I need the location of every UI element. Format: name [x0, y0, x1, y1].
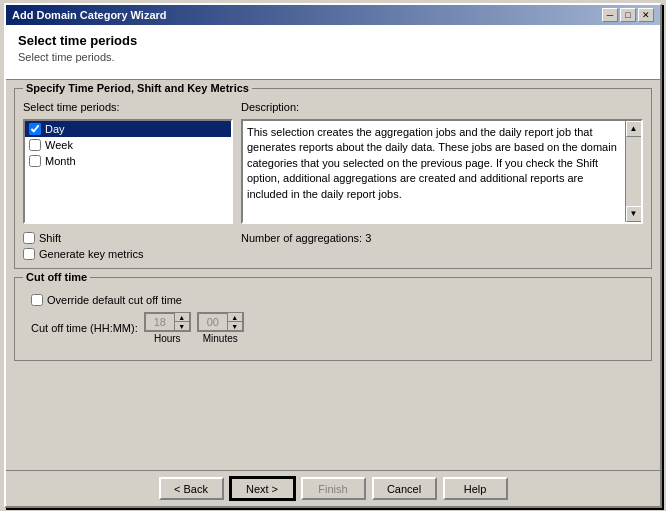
- back-button[interactable]: < Back: [159, 477, 224, 500]
- description-scrollbar: ▲ ▼: [625, 121, 641, 222]
- minutes-spinner-wrapper: 00 ▲ ▼ Minutes: [197, 312, 244, 344]
- day-label: Day: [45, 123, 65, 135]
- time-periods-label: Select time periods:: [23, 101, 233, 113]
- hours-arrows: ▲ ▼: [174, 313, 189, 331]
- override-cutoff-label: Override default cut off time: [47, 294, 182, 306]
- minutes-down-arrow[interactable]: ▼: [228, 322, 242, 331]
- maximize-button[interactable]: □: [620, 8, 636, 22]
- minutes-up-arrow[interactable]: ▲: [228, 313, 242, 322]
- specify-section: Select time periods: Day Week: [23, 97, 643, 260]
- scrollbar-thumb: [627, 137, 641, 206]
- finish-button[interactable]: Finish: [301, 477, 366, 500]
- cutoff-time-label: Cut off time (HH:MM):: [31, 322, 138, 334]
- month-label: Month: [45, 155, 76, 167]
- bottom-checkboxes: Shift Generate key metrics: [23, 232, 233, 260]
- dialog-title: Add Domain Category Wizard: [12, 9, 167, 21]
- minimize-button[interactable]: ─: [602, 8, 618, 22]
- next-button[interactable]: Next >: [230, 477, 295, 500]
- description-label: Description:: [241, 101, 643, 113]
- page-title: Select time periods: [18, 33, 648, 48]
- generate-key-metrics-row: Generate key metrics: [23, 248, 233, 260]
- scrollbar-up-arrow[interactable]: ▲: [626, 121, 642, 137]
- minutes-spinner[interactable]: 00 ▲ ▼: [197, 312, 244, 332]
- dialog: Add Domain Category Wizard ─ □ ✕ Select …: [4, 3, 662, 508]
- help-button[interactable]: Help: [443, 477, 508, 500]
- minutes-arrows: ▲ ▼: [227, 313, 242, 331]
- day-checkbox[interactable]: [29, 123, 41, 135]
- page-subtitle: Select time periods.: [18, 51, 648, 63]
- specify-group-label: Specify Time Period, Shift and Key Metri…: [23, 82, 252, 94]
- override-cutoff-checkbox[interactable]: [31, 294, 43, 306]
- left-panel: Select time periods: Day Week: [23, 101, 233, 260]
- aggregations-text: Number of aggregations: 3: [241, 232, 643, 244]
- generate-key-metrics-checkbox[interactable]: [23, 248, 35, 260]
- button-bar: < Back Next > Finish Cancel Help: [6, 470, 660, 506]
- right-panel: Description: This selection creates the …: [241, 101, 643, 260]
- specify-inner: Select time periods: Day Week: [23, 101, 643, 260]
- hours-input[interactable]: 18: [146, 316, 174, 328]
- hours-label: Hours: [154, 333, 181, 344]
- hours-spinner-wrapper: 18 ▲ ▼ Hours: [144, 312, 191, 344]
- hours-down-arrow[interactable]: ▼: [175, 322, 189, 331]
- scrollbar-down-arrow[interactable]: ▼: [626, 206, 642, 222]
- title-bar-buttons: ─ □ ✕: [602, 8, 654, 22]
- week-checkbox[interactable]: [29, 139, 41, 151]
- cutoff-inner: Override default cut off time Cut off ti…: [23, 286, 643, 352]
- week-label: Week: [45, 139, 73, 151]
- list-item-week[interactable]: Week: [25, 137, 231, 153]
- shift-checkbox[interactable]: [23, 232, 35, 244]
- description-text: This selection creates the aggregation j…: [247, 125, 637, 202]
- hours-spinner[interactable]: 18 ▲ ▼: [144, 312, 191, 332]
- hours-up-arrow[interactable]: ▲: [175, 313, 189, 322]
- list-item-month[interactable]: Month: [25, 153, 231, 169]
- cutoff-group: Cut off time Override default cut off ti…: [14, 277, 652, 361]
- cutoff-group-label: Cut off time: [23, 271, 90, 283]
- time-periods-listbox[interactable]: Day Week Month: [23, 119, 233, 224]
- title-bar: Add Domain Category Wizard ─ □ ✕: [6, 5, 660, 25]
- specify-group: Specify Time Period, Shift and Key Metri…: [14, 88, 652, 269]
- content-area: Specify Time Period, Shift and Key Metri…: [6, 80, 660, 470]
- shift-row: Shift: [23, 232, 233, 244]
- close-button[interactable]: ✕: [638, 8, 654, 22]
- list-item-day[interactable]: Day: [25, 121, 231, 137]
- cancel-button[interactable]: Cancel: [372, 477, 437, 500]
- shift-label: Shift: [39, 232, 61, 244]
- header-area: Select time periods Select time periods.: [6, 25, 660, 80]
- minutes-label: Minutes: [203, 333, 238, 344]
- minutes-input[interactable]: 00: [199, 316, 227, 328]
- override-cutoff-row: Override default cut off time: [31, 294, 635, 306]
- month-checkbox[interactable]: [29, 155, 41, 167]
- description-box: This selection creates the aggregation j…: [241, 119, 643, 224]
- cutoff-time-row: Cut off time (HH:MM): 18 ▲ ▼ Hours: [31, 312, 635, 344]
- generate-key-metrics-label: Generate key metrics: [39, 248, 144, 260]
